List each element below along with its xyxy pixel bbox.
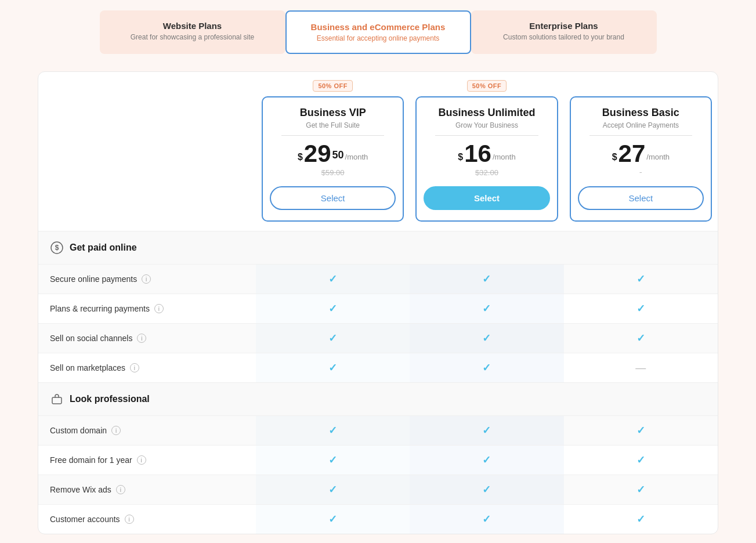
basic-price-original (578, 168, 704, 177)
checkmark-icon: ✓ (328, 513, 337, 526)
vip-price-period: /month (345, 153, 368, 161)
basic-remove-ads-check: ✓ (564, 475, 718, 504)
feature-row-recurring: Plans & recurring payments i ✓ ✓ ✓ (38, 294, 718, 323)
feature-row-customer-accounts: Customer accounts i ✓ ✓ ✓ (38, 504, 718, 534)
dash-icon: — (635, 362, 646, 374)
section-look-professional-header: Look professional (38, 383, 718, 415)
dollar-circle-icon: $ (50, 241, 64, 255)
empty-header (38, 72, 256, 231)
checkmark-icon: ✓ (482, 513, 491, 526)
feature-row-free-domain: Free domain for 1 year i ✓ ✓ ✓ (38, 445, 718, 475)
tab-business[interactable]: Business and eCommerce Plans Essential f… (285, 10, 471, 54)
plan-card-vip: Business VIP Get the Full Suite $ 29 50 … (262, 96, 404, 222)
feature-label-cell-remove-ads: Remove Wix ads i (38, 475, 256, 504)
vip-social-check: ✓ (256, 324, 410, 353)
unlimited-free-domain-check: ✓ (410, 446, 563, 475)
checkmark-icon: ✓ (636, 424, 645, 437)
tab-business-title: Business and eCommerce Plans (298, 22, 458, 32)
basic-customer-accounts-check: ✓ (564, 505, 718, 534)
checkmark-icon: ✓ (636, 513, 645, 526)
vip-price-cents: 50 (332, 149, 344, 161)
info-icon-marketplaces[interactable]: i (130, 363, 139, 372)
vip-price-row: $ 29 50 /month (270, 142, 396, 166)
basic-recurring-check: ✓ (564, 294, 718, 323)
vip-marketplaces-check: ✓ (256, 353, 410, 382)
tab-business-subtitle: Essential for accepting online payments (298, 34, 458, 42)
vip-plan-tagline: Get the Full Suite (270, 121, 396, 129)
section-look-professional-title: Look professional (70, 394, 150, 404)
vip-remove-ads-check: ✓ (256, 475, 410, 504)
checkmark-icon: ✓ (328, 424, 337, 437)
briefcase-icon (50, 392, 64, 406)
vip-select-button[interactable]: Select (270, 186, 396, 210)
unlimited-plan-name: Business Unlimited (424, 107, 549, 119)
basic-price-row: $ 27 /month (578, 142, 704, 166)
vip-recurring-check: ✓ (256, 294, 410, 323)
unlimited-recurring-check: ✓ (410, 294, 563, 323)
basic-price-period: /month (646, 153, 670, 161)
plans-header: 50% OFF Business VIP Get the Full Suite … (38, 72, 718, 231)
tab-website-subtitle: Great for showcasing a professional site (111, 33, 274, 41)
main-content: 50% OFF Business VIP Get the Full Suite … (0, 54, 756, 534)
info-icon-remove-ads[interactable]: i (116, 485, 125, 494)
unlimited-remove-ads-check: ✓ (410, 475, 563, 504)
feature-row-social: Sell on social channels i ✓ ✓ ✓ (38, 323, 718, 353)
feature-label-cell-secure: Secure online payments i (38, 265, 256, 294)
vip-divider (281, 135, 384, 136)
info-icon-recurring[interactable]: i (154, 304, 164, 313)
info-icon-secure[interactable]: i (142, 274, 151, 284)
checkmark-icon: ✓ (636, 273, 645, 285)
unlimited-divider (435, 135, 538, 136)
feature-label-recurring: Plans & recurring payments (50, 304, 150, 313)
checkmark-icon: ✓ (636, 332, 645, 345)
checkmark-icon: ✓ (482, 332, 491, 345)
checkmark-icon: ✓ (482, 361, 491, 374)
tab-enterprise[interactable]: Enterprise Plans Custom solutions tailor… (471, 10, 657, 54)
section-get-paid-title: Get paid online (70, 242, 137, 253)
info-icon-free-domain[interactable]: i (137, 455, 146, 465)
feature-label-marketplaces: Sell on marketplaces (50, 363, 125, 372)
vip-free-domain-check: ✓ (256, 446, 410, 475)
info-icon-customer-accounts[interactable]: i (125, 515, 134, 524)
unlimited-discount-badge: 50% OFF (467, 80, 507, 92)
checkmark-icon: ✓ (328, 332, 337, 345)
feature-label-cell-social: Sell on social channels i (38, 324, 256, 353)
checkmark-icon: ✓ (482, 273, 491, 285)
plan-col-unlimited: 50% OFF Business Unlimited Grow Your Bus… (410, 72, 563, 231)
unlimited-select-button[interactable]: Select (424, 186, 549, 210)
info-icon-custom-domain[interactable]: i (111, 426, 121, 435)
section-look-professional-header-row: Look professional (38, 383, 718, 415)
section-get-paid: $ Get paid online Secure online payments… (38, 231, 718, 382)
plan-col-basic: Business Basic Accept Online Payments $ … (564, 72, 718, 231)
unlimited-price-period: /month (493, 153, 516, 161)
feature-label-custom-domain: Custom domain (50, 426, 107, 435)
unlimited-plan-tagline: Grow Your Business (424, 121, 549, 129)
vip-customer-accounts-check: ✓ (256, 505, 410, 534)
feature-row-secure-payments: Secure online payments i ✓ ✓ ✓ (38, 264, 718, 294)
checkmark-icon: ✓ (328, 273, 337, 285)
checkmark-icon: ✓ (328, 483, 337, 496)
checkmark-icon: ✓ (636, 454, 645, 466)
feature-label-cell-free-domain: Free domain for 1 year i (38, 446, 256, 475)
checkmark-icon: ✓ (636, 483, 645, 496)
basic-plan-name: Business Basic (578, 107, 704, 119)
basic-dollar-sign: $ (612, 152, 617, 162)
basic-price-main: 27 (618, 142, 646, 166)
unlimited-price-row: $ 16 /month (424, 142, 549, 166)
checkmark-icon: ✓ (482, 454, 491, 466)
basic-select-button[interactable]: Select (578, 186, 704, 210)
feature-label-social: Sell on social channels (50, 334, 132, 343)
vip-price-original: $59.00 (270, 168, 396, 177)
tab-website[interactable]: Website Plans Great for showcasing a pro… (100, 10, 285, 54)
checkmark-icon: ✓ (482, 424, 491, 437)
basic-social-check: ✓ (564, 324, 718, 353)
basic-marketplaces-dash: — (564, 353, 718, 382)
checkmark-icon: ✓ (328, 302, 337, 315)
plan-tabs: Website Plans Great for showcasing a pro… (0, 0, 756, 54)
section-get-paid-header: $ Get paid online (38, 231, 718, 264)
unlimited-price-main: 16 (464, 142, 491, 166)
feature-row-custom-domain: Custom domain i ✓ ✓ ✓ (38, 415, 718, 445)
unlimited-custom-domain-check: ✓ (410, 416, 563, 445)
info-icon-social[interactable]: i (137, 334, 146, 343)
svg-rect-2 (52, 397, 62, 404)
